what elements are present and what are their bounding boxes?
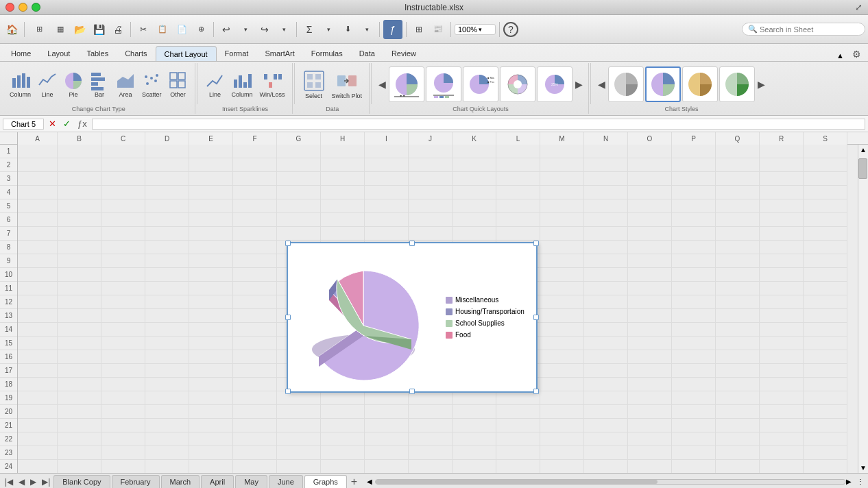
cell-E3[interactable] (189, 172, 233, 186)
chart-handle-bl[interactable] (285, 389, 291, 394)
cell-F3[interactable] (233, 172, 277, 186)
cell-O21[interactable] (628, 419, 672, 432)
cell-P19[interactable] (672, 391, 716, 405)
cell-F9[interactable] (233, 254, 277, 268)
home-icon[interactable]: 🏠 (3, 21, 21, 38)
col-header-e[interactable]: E (189, 132, 233, 145)
cell-J6[interactable] (409, 213, 453, 227)
cell-N13[interactable] (584, 309, 628, 323)
cell-B23[interactable] (58, 446, 101, 460)
cell-E6[interactable] (189, 213, 233, 227)
chart-handle-br[interactable] (533, 389, 539, 394)
cell-B21[interactable] (58, 419, 101, 432)
ribbon-collapse-btn[interactable]: ▲ (832, 50, 848, 61)
cell-R19[interactable] (760, 391, 804, 405)
sheet-nav-last[interactable]: ▶| (40, 477, 52, 487)
cell-A13[interactable] (18, 309, 58, 323)
cell-J21[interactable] (409, 419, 453, 432)
cell-D17[interactable] (145, 364, 189, 378)
scroll-left-btn[interactable]: ◀ (367, 478, 375, 485)
chart-handle-tr[interactable] (533, 241, 539, 246)
cell-G19[interactable] (277, 391, 321, 405)
cell-A9[interactable] (18, 254, 58, 268)
cell-M20[interactable] (540, 405, 584, 419)
cell-C24[interactable] (101, 460, 145, 473)
horizontal-scrollbar[interactable]: ◀ ▶ ⋮ (367, 478, 865, 485)
cell-H2[interactable] (321, 158, 365, 172)
cell-B11[interactable] (58, 282, 101, 295)
row-13[interactable]: 13 (0, 309, 17, 323)
cell-D12[interactable] (145, 295, 189, 309)
cell-K19[interactable] (453, 391, 496, 405)
row-21[interactable]: 21 (0, 419, 17, 432)
chart-handle-bm[interactable] (409, 389, 415, 394)
sheet-tab-blank-copy[interactable]: Blank Copy (53, 475, 110, 489)
cell-S19[interactable] (804, 391, 847, 405)
open-btn[interactable]: 📂 (71, 21, 88, 38)
cell-F11[interactable] (233, 282, 277, 295)
cell-Q24[interactable] (716, 460, 760, 473)
cell-P21[interactable] (672, 419, 716, 432)
cell-J23[interactable] (409, 446, 453, 460)
cell-E10[interactable] (189, 268, 233, 282)
cell-Q5[interactable] (716, 199, 760, 213)
cell-L2[interactable] (496, 158, 540, 172)
sheet-nav-first[interactable]: |◀ (3, 477, 15, 487)
cell-R11[interactable] (760, 282, 804, 295)
col-header-h[interactable]: H (321, 132, 365, 145)
row-23[interactable]: 23 (0, 446, 17, 460)
cell-J1[interactable] (409, 145, 453, 158)
cell-A17[interactable] (18, 364, 58, 378)
cell-A3[interactable] (18, 172, 58, 186)
cell-E2[interactable] (189, 158, 233, 172)
cell-G7[interactable] (277, 227, 321, 241)
col-header-q[interactable]: Q (716, 132, 760, 145)
cell-M9[interactable] (540, 254, 584, 268)
tab-smartart[interactable]: SmartArt (256, 46, 302, 61)
cell-M6[interactable] (540, 213, 584, 227)
cell-S18[interactable] (804, 378, 847, 391)
cell-C23[interactable] (101, 446, 145, 460)
other-chart-btn[interactable]: Other (166, 70, 191, 99)
cell-O1[interactable] (628, 145, 672, 158)
cell-G2[interactable] (277, 158, 321, 172)
cell-E21[interactable] (189, 419, 233, 432)
cell-Q10[interactable] (716, 268, 760, 282)
cell-H6[interactable] (321, 213, 365, 227)
col-header-k[interactable]: K (453, 132, 496, 145)
cell-O19[interactable] (628, 391, 672, 405)
cell-I24[interactable] (365, 460, 409, 473)
cell-I22[interactable] (365, 432, 409, 446)
sheet-tab-march[interactable]: March (161, 475, 200, 489)
cell-F19[interactable] (233, 391, 277, 405)
cell-B19[interactable] (58, 391, 101, 405)
chart-style-2[interactable] (645, 66, 681, 102)
tab-layout[interactable]: Layout (39, 46, 78, 61)
save-btn[interactable]: 💾 (90, 21, 108, 38)
cell-N24[interactable] (584, 460, 628, 473)
cell-Q8[interactable] (716, 241, 760, 254)
cell-R23[interactable] (760, 446, 804, 460)
cell-M23[interactable] (540, 446, 584, 460)
cell-A18[interactable] (18, 378, 58, 391)
cell-A16[interactable] (18, 350, 58, 364)
tab-format[interactable]: Format (217, 46, 257, 61)
cell-N20[interactable] (584, 405, 628, 419)
cell-Q13[interactable] (716, 309, 760, 323)
cell-I4[interactable] (365, 186, 409, 199)
cell-Q16[interactable] (716, 350, 760, 364)
col-header-j[interactable]: J (409, 132, 453, 145)
row-3[interactable]: 3 (0, 172, 17, 186)
cell-M19[interactable] (540, 391, 584, 405)
search-box[interactable]: 🔍 (742, 23, 865, 36)
formula-insert-btn[interactable]: ƒx (75, 119, 89, 129)
h-scroll-thumb[interactable] (376, 480, 658, 484)
cell-C4[interactable] (101, 186, 145, 199)
cell-M14[interactable] (540, 323, 584, 337)
cell-N4[interactable] (584, 186, 628, 199)
cell-Q14[interactable] (716, 323, 760, 337)
chart-handle-ml[interactable] (285, 315, 291, 320)
cell-H20[interactable] (321, 405, 365, 419)
cell-S1[interactable] (804, 145, 847, 158)
cell-F7[interactable] (233, 227, 277, 241)
